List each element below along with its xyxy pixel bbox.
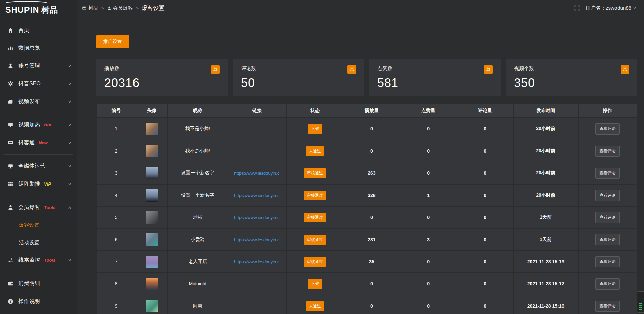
status-badge[interactable]: 审核通过 bbox=[304, 168, 326, 178]
view-comments-button[interactable]: 查看评论 bbox=[595, 212, 620, 223]
cell-plays: 35 bbox=[343, 251, 399, 272]
username-menu[interactable]: 用户名：zswodun88 ∨ bbox=[586, 5, 636, 11]
sidebar-divider bbox=[4, 113, 73, 113]
sidebar-item-label: 矩阵助推 bbox=[18, 180, 40, 188]
view-comments-button[interactable]: 查看评论 bbox=[595, 168, 620, 179]
chevron-down-icon: ∨ bbox=[68, 123, 71, 127]
app-window: SHUPIN 树品 首页 数据总览 账号管理 ∨ bbox=[0, 0, 644, 314]
cell-plays: 281 bbox=[343, 229, 399, 250]
cell-plays: 263 bbox=[343, 162, 399, 184]
sidebar-item-douketong[interactable]: 抖客通 New ∨ bbox=[0, 134, 77, 152]
cell-time: 20小时前 bbox=[514, 140, 578, 162]
sidebar-subitem-label: 活动设置 bbox=[19, 240, 39, 246]
dashboard-icon bbox=[82, 6, 87, 10]
view-comments-button[interactable]: 查看评论 bbox=[595, 278, 620, 290]
chevron-down-icon: ∨ bbox=[68, 64, 71, 68]
cell-likes: 0 bbox=[400, 273, 457, 295]
status-badge[interactable]: 未通过 bbox=[306, 146, 324, 156]
sliders-icon bbox=[7, 257, 13, 263]
status-badge[interactable]: 审核通过 bbox=[304, 213, 326, 222]
view-comments-button[interactable]: 查看评论 bbox=[595, 123, 620, 135]
sidebar-item-account-management[interactable]: 账号管理 ∨ bbox=[0, 57, 77, 75]
cell-likes: 0 bbox=[400, 207, 457, 228]
video-link[interactable]: https://www.iesdouyin.c bbox=[234, 237, 279, 242]
avatar bbox=[146, 256, 158, 268]
cell-num: 8 bbox=[97, 273, 136, 295]
cell-time: 20小时前 bbox=[514, 118, 578, 140]
grid-icon bbox=[7, 181, 13, 187]
chevron-down-icon: ∨ bbox=[68, 99, 71, 104]
table-row: 4 设置一个新名字 https://www.iesdouyin.c 审核通过 3… bbox=[97, 185, 637, 206]
video-camera-icon bbox=[7, 99, 13, 105]
sidebar-subitem-label: 爆客设置 bbox=[19, 222, 39, 228]
sidebar-divider bbox=[4, 196, 73, 196]
home-icon bbox=[7, 28, 13, 34]
sidebar-item-video-heat[interactable]: 视频加热 Hot ∨ bbox=[0, 116, 77, 134]
stat-value: 581 bbox=[377, 76, 493, 90]
sidebar-item-member-baoke[interactable]: 会员爆客 Tools ∧ bbox=[0, 199, 77, 216]
stat-card-comments: 评论数 总 50 bbox=[233, 59, 364, 96]
cell-plays: 328 bbox=[343, 185, 399, 206]
sidebar-item-data-overview[interactable]: 数据总览 bbox=[0, 39, 77, 57]
page-title: 爆客设置 bbox=[142, 4, 164, 12]
col-header-time: 发布时间 bbox=[514, 104, 578, 117]
cell-num: 6 bbox=[97, 229, 136, 250]
status-badge[interactable]: 下架 bbox=[308, 124, 322, 134]
sidebar-item-clue-monitor[interactable]: 线索监控 Tools ∨ bbox=[0, 251, 77, 269]
sidebar-item-instructions[interactable]: ? 操作说明 bbox=[0, 293, 77, 310]
cell-time: 1天前 bbox=[514, 229, 578, 250]
col-header-likes: 点赞量 bbox=[400, 104, 457, 117]
floating-widget[interactable] bbox=[637, 291, 644, 313]
cell-comments: 0 bbox=[457, 140, 513, 162]
sidebar-item-label: 视频发布 bbox=[18, 98, 40, 105]
sidebar-item-label: 抖音SEO bbox=[18, 80, 41, 87]
sidebar-item-home[interactable]: 首页 bbox=[0, 21, 77, 39]
view-comments-button[interactable]: 查看评论 bbox=[595, 234, 620, 245]
sidebar-subitem-baoke-settings[interactable]: 爆客设置 bbox=[0, 216, 77, 234]
video-link[interactable]: https://www.iesdouyin.c bbox=[234, 215, 279, 220]
cell-time: 20小时前 bbox=[514, 162, 578, 184]
view-comments-button[interactable]: 查看评论 bbox=[595, 301, 620, 312]
chevron-down-icon: ∨ bbox=[68, 258, 71, 262]
cell-time: 1天前 bbox=[514, 207, 578, 228]
view-comments-button[interactable]: 查看评论 bbox=[595, 146, 620, 157]
cell-likes: 0 bbox=[400, 118, 457, 140]
breadcrumb: 树品 > 会员爆客 > 爆客设置 bbox=[82, 4, 164, 12]
sidebar-item-consumption-details[interactable]: 消费明细 bbox=[0, 275, 77, 293]
table-row: 9 阿慧 未通过 0 0 0 2021-11-28 15:16 查看评论 bbox=[97, 295, 637, 314]
sidebar-item-label: 全媒体运营 bbox=[18, 163, 45, 170]
status-badge[interactable]: 审核通过 bbox=[304, 257, 326, 267]
status-badge[interactable]: 下架 bbox=[308, 279, 322, 289]
view-comments-button[interactable]: 查看评论 bbox=[595, 256, 620, 267]
sidebar-item-douyin-seo[interactable]: 抖音SEO ∨ bbox=[0, 75, 77, 93]
cell-nickname: 老彬 bbox=[168, 207, 227, 228]
video-link[interactable]: https://www.iesdouyin.c bbox=[234, 259, 279, 264]
cell-num: 1 bbox=[97, 118, 136, 140]
video-link[interactable]: https://www.iesdouyin.c bbox=[234, 193, 279, 198]
total-badge: 总 bbox=[621, 65, 629, 74]
status-badge[interactable]: 未通过 bbox=[306, 301, 324, 311]
videos-table: 编号 头像 昵称 链接 状态 播放量 点赞量 评论量 发布时间 操作 1 bbox=[96, 103, 637, 314]
breadcrumb-item-member-baoke[interactable]: 会员爆客 bbox=[107, 5, 133, 11]
sidebar-item-matrix-boost[interactable]: 矩阵助推 VIP ∨ bbox=[0, 175, 77, 193]
fullscreen-icon[interactable] bbox=[574, 5, 580, 11]
sidebar-item-video-publish[interactable]: 视频发布 ∨ bbox=[0, 93, 77, 110]
status-badge[interactable]: 审核通过 bbox=[304, 235, 326, 245]
cell-comments: 0 bbox=[457, 229, 513, 250]
breadcrumb-item-home[interactable]: 树品 bbox=[82, 5, 98, 11]
promo-settings-button[interactable]: 推广设置 bbox=[96, 35, 129, 48]
chevron-down-icon: ∨ bbox=[633, 6, 636, 10]
video-link[interactable]: https://www.iesdouyin.c bbox=[234, 171, 279, 176]
cell-comments: 0 bbox=[457, 162, 513, 184]
widget-bar bbox=[639, 307, 642, 308]
cell-comments: 0 bbox=[457, 273, 513, 295]
sidebar-item-all-media[interactable]: 全媒体运营 ∨ bbox=[0, 157, 77, 175]
top-header: 树品 > 会员爆客 > 爆客设置 用户名：zswodun88 ∨ bbox=[77, 0, 644, 16]
cell-time: 2021-11-28 15:17 bbox=[514, 273, 578, 295]
cell-comments: 0 bbox=[457, 251, 513, 272]
total-badge: 总 bbox=[484, 65, 493, 74]
view-comments-button[interactable]: 查看评论 bbox=[595, 190, 620, 201]
stat-label: 视频个数 bbox=[514, 65, 534, 72]
status-badge[interactable]: 审核通过 bbox=[304, 191, 326, 200]
sidebar-subitem-activity-settings[interactable]: 活动设置 bbox=[0, 234, 77, 251]
